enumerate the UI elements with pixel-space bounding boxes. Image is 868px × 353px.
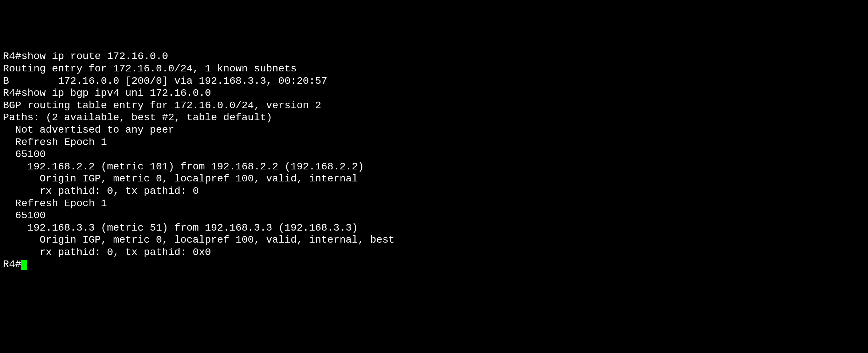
terminal-line: Origin IGP, metric 0, localpref 100, val… <box>3 234 865 246</box>
terminal-line: 192.168.2.2 (metric 101) from 192.168.2.… <box>3 161 865 173</box>
terminal-prompt: R4# <box>3 259 21 270</box>
terminal-line: Not advertised to any peer <box>3 124 865 136</box>
terminal-line: Paths: (2 available, best #2, table defa… <box>3 111 865 124</box>
terminal-line: Refresh Epoch 1 <box>3 136 865 149</box>
terminal-line: Routing entry for 172.16.0.0/24, 1 known… <box>3 63 865 75</box>
terminal-line: 65100 <box>3 209 865 222</box>
terminal-line: Refresh Epoch 1 <box>3 197 865 210</box>
terminal-line: 192.168.3.3 (metric 51) from 192.168.3.3… <box>3 222 865 234</box>
cursor-icon <box>21 260 27 270</box>
terminal-line: R4#show ip bgp ipv4 uni 172.16.0.0 <box>3 87 865 99</box>
terminal-line: rx pathid: 0, tx pathid: 0 <box>3 185 865 197</box>
terminal-output[interactable]: R4#show ip route 172.16.0.0Routing entry… <box>3 50 865 271</box>
terminal-line: R4#show ip route 172.16.0.0 <box>3 50 865 63</box>
terminal-line: Origin IGP, metric 0, localpref 100, val… <box>3 173 865 185</box>
terminal-line: BGP routing table entry for 172.16.0.0/2… <box>3 99 865 112</box>
terminal-line: 65100 <box>3 148 865 161</box>
terminal-line: rx pathid: 0, tx pathid: 0x0 <box>3 246 865 259</box>
terminal-line: B 172.16.0.0 [200/0] via 192.168.3.3, 00… <box>3 75 865 87</box>
